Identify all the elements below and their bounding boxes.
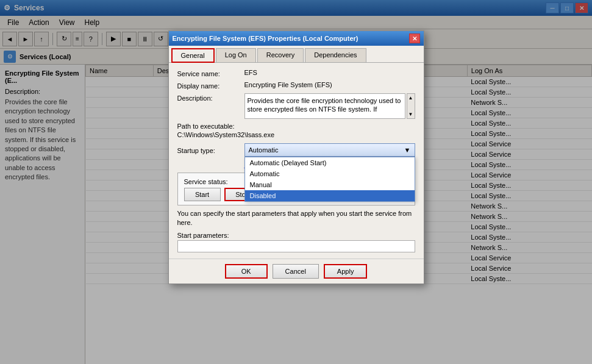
params-input[interactable] [177, 240, 415, 252]
option-disabled[interactable]: Disabled [245, 190, 415, 201]
path-value: C:\Windows\System32\lsass.exe [177, 131, 415, 138]
note-text: You can specify the start parameters tha… [177, 209, 415, 228]
path-row: Path to executable: C:\Windows\System32\… [177, 123, 415, 138]
start-button[interactable]: Start [184, 188, 221, 201]
modal-overlay: Encrypting File System (EFS) Properties … [0, 0, 592, 364]
dialog-close-icon: ✕ [412, 35, 417, 42]
display-name-row: Display name: Encrypting File System (EF… [177, 81, 415, 90]
status-section-label: Service status: [184, 177, 251, 185]
dropdown-arrow-icon: ▼ [404, 146, 411, 154]
tab-logon[interactable]: Log On [216, 48, 256, 62]
display-name-value: Encrypting File System (EFS) [244, 81, 415, 88]
startup-dropdown[interactable]: Automatic ▼ Automatic (Delayed Start) Au… [244, 143, 415, 157]
desc-scroll-down[interactable]: ▼ [408, 112, 413, 117]
option-auto-delayed[interactable]: Automatic (Delayed Start) [245, 157, 415, 168]
service-name-value: EFS [244, 69, 415, 76]
tab-recovery[interactable]: Recovery [257, 48, 304, 62]
tab-dependencies[interactable]: Dependencies [305, 48, 366, 62]
dialog: Encrypting File System (EFS) Properties … [168, 30, 424, 284]
description-row: Description: Provides the core file encr… [177, 93, 415, 119]
params-row: Start parameters: [177, 232, 415, 252]
cancel-button[interactable]: Cancel [273, 264, 319, 279]
service-name-row: Service name: EFS [177, 69, 415, 77]
description-box[interactable]: Provides the core file encryption techno… [244, 93, 405, 119]
dialog-footer: OK Cancel Apply [169, 259, 424, 284]
path-label: Path to executable: [177, 123, 415, 130]
apply-button[interactable]: Apply [324, 264, 368, 279]
option-automatic[interactable]: Automatic [245, 168, 415, 179]
startup-current-value: Automatic [249, 146, 279, 154]
tab-general[interactable]: General [171, 48, 215, 63]
ok-button[interactable]: OK [225, 264, 268, 279]
startup-label: Startup type: [177, 146, 244, 154]
service-name-label: Service name: [177, 69, 244, 77]
desc-label: Description: [177, 93, 244, 102]
startup-dropdown-list: Automatic (Delayed Start) Automatic Manu… [244, 157, 415, 202]
dialog-title-text: Encrypting File System (EFS) Properties … [173, 35, 358, 42]
option-manual[interactable]: Manual [245, 179, 415, 190]
dialog-title-bar: Encrypting File System (EFS) Properties … [169, 31, 424, 46]
startup-type-row: Startup type: Automatic ▼ Automatic (Del… [177, 143, 415, 157]
desc-scroll-up[interactable]: ▲ [408, 95, 413, 101]
dialog-close-button[interactable]: ✕ [409, 34, 420, 43]
display-name-label: Display name: [177, 81, 244, 90]
tab-bar: General Log On Recovery Dependencies [169, 46, 424, 63]
desc-text: Provides the core file encryption techno… [248, 97, 401, 113]
startup-dropdown-btn[interactable]: Automatic ▼ [244, 143, 415, 157]
params-label: Start parameters: [177, 232, 415, 239]
dialog-content: Service name: EFS Display name: Encrypti… [169, 63, 424, 259]
